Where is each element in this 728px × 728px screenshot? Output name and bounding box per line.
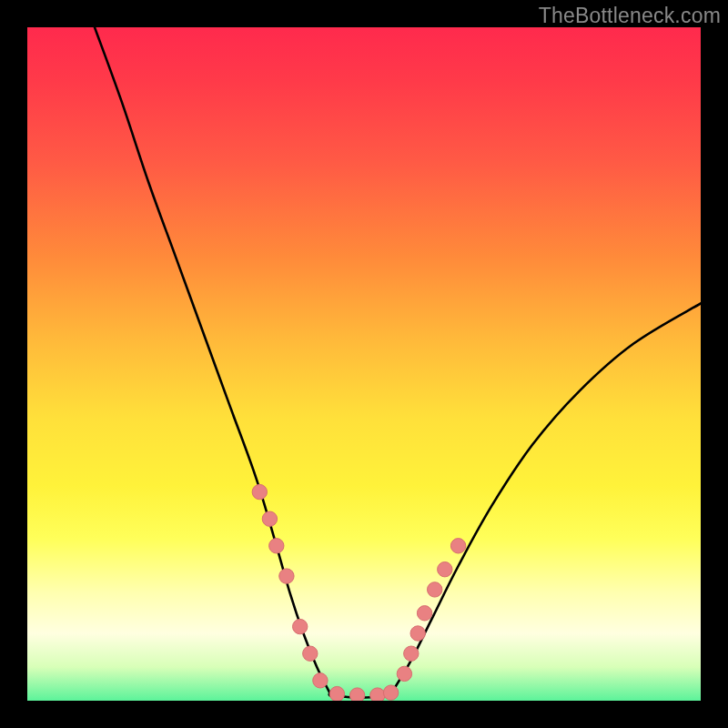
data-marker [293, 619, 308, 633]
data-markers [252, 484, 466, 701]
plot-area [27, 27, 701, 701]
data-marker [329, 686, 344, 701]
data-marker [383, 685, 398, 700]
data-marker [417, 606, 431, 621]
data-marker [303, 646, 318, 661]
chart-frame: TheBottleneck.com [0, 0, 728, 728]
data-marker [349, 688, 364, 701]
data-marker [269, 539, 284, 553]
curve-svg [27, 27, 701, 701]
data-marker [404, 646, 419, 661]
data-marker [313, 673, 328, 688]
data-marker [410, 626, 425, 641]
data-marker [252, 484, 267, 499]
curve-path [95, 27, 701, 698]
data-marker [428, 582, 442, 597]
data-marker [397, 666, 411, 681]
data-marker [438, 562, 452, 577]
watermark-text: TheBottleneck.com [539, 4, 721, 28]
data-marker [450, 539, 465, 553]
data-marker [262, 511, 277, 526]
data-marker [279, 569, 294, 583]
data-marker [370, 688, 385, 701]
bottleneck-curve [95, 27, 701, 698]
